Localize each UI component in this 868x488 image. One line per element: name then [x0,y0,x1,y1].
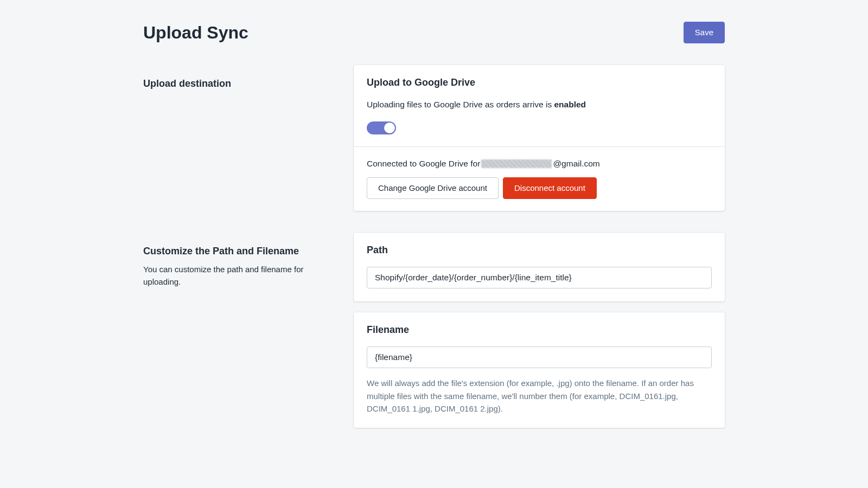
card-section-status: Upload to Google Drive Uploading files t… [354,65,725,146]
section-main: Upload to Google Drive Uploading files t… [354,65,725,222]
path-card: Path [354,233,725,301]
section-main: Path Filename We will always add the fil… [354,233,725,439]
upload-toggle[interactable] [367,121,396,134]
status-word: enabled [554,100,586,109]
card-section-account: Connected to Google Drive for @gmail.com… [354,146,725,211]
customize-section: Customize the Path and Filename You can … [143,233,725,439]
filename-card: Filename We will always add the file's e… [354,312,725,428]
redacted-email-user [481,159,552,168]
section-side-title: Customize the Path and Filename [143,246,336,257]
filename-help-text: We will always add the file's extension … [367,377,712,415]
connected-prefix: Connected to Google Drive for [367,159,480,169]
disconnect-account-button[interactable]: Disconnect account [503,177,597,199]
section-side-title: Upload destination [143,78,336,89]
card-section-filename: Filename We will always add the file's e… [354,312,725,428]
account-button-row: Change Google Drive account Disconnect a… [367,177,712,199]
save-button[interactable]: Save [684,22,725,43]
card-title: Upload to Google Drive [367,77,712,88]
status-prefix: Uploading files to Google Drive as order… [367,100,554,109]
page-title: Upload Sync [143,23,248,43]
path-title: Path [367,245,712,256]
filename-input[interactable] [367,346,712,368]
section-side: Customize the Path and Filename You can … [143,233,336,439]
card-section-path: Path [354,233,725,301]
upload-destination-section: Upload destination Upload to Google Driv… [143,65,725,222]
connected-account-text: Connected to Google Drive for @gmail.com [367,159,712,169]
path-input[interactable] [367,267,712,288]
upload-drive-card: Upload to Google Drive Uploading files t… [354,65,725,211]
change-account-button[interactable]: Change Google Drive account [367,177,499,199]
section-side-desc: You can customize the path and filename … [143,264,336,288]
toggle-thumb [384,123,395,133]
connected-suffix: @gmail.com [553,159,599,169]
page-header: Upload Sync Save [143,22,725,43]
upload-status-text: Uploading files to Google Drive as order… [367,98,712,111]
section-side: Upload destination [143,65,336,222]
filename-title: Filename [367,324,712,336]
